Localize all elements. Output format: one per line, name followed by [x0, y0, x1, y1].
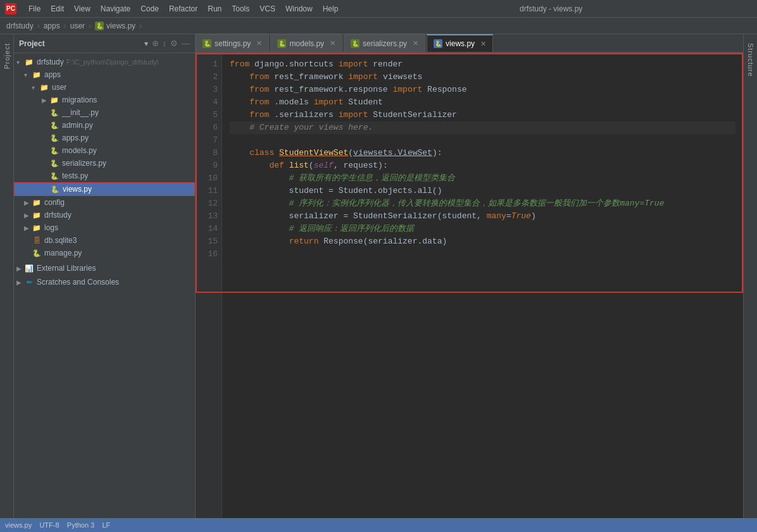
tree-models-py[interactable]: 🐍 models.py	[14, 144, 195, 157]
menu-navigate[interactable]: Navigate	[96, 3, 135, 15]
breadcrumb-sep2: ›	[64, 22, 66, 30]
code-line-15: return Response(serializer.data)	[230, 235, 735, 248]
tree-label: models.py	[62, 146, 97, 155]
breadcrumb-user[interactable]: user	[70, 22, 85, 30]
line-numbers: 1 2 3 4 5 6 7 8 9 10 11 12 13 14 15 16	[196, 53, 222, 532]
code-line-1: from django.shortcuts import render	[230, 58, 735, 71]
tree-scratches[interactable]: ▶ ✏ Scratches and Consoles	[14, 276, 195, 288]
tab-views[interactable]: 🐍 views.py ✕	[427, 34, 493, 52]
folder-icon: 📁	[32, 70, 42, 80]
status-bar: views.py UTF-8 Python 3 LF	[0, 518, 757, 532]
code-line-11: student = Student.objects.all()	[230, 185, 735, 197]
menu-edit[interactable]: Edit	[46, 3, 68, 15]
tree-init-py[interactable]: 🐍 __init__.py	[14, 106, 195, 119]
structure-tab-label[interactable]: Structure	[747, 43, 754, 77]
tab-close-icon[interactable]: ✕	[256, 39, 262, 47]
code-line-13: serializer = StudentSerializer(student, …	[230, 210, 735, 223]
tree-apps-py[interactable]: 🐍 apps.py	[14, 132, 195, 144]
py-icon: 🐍	[50, 184, 60, 194]
tree-manage-py[interactable]: 🐍 manage.py	[14, 247, 195, 259]
arrow-icon: ▾	[32, 84, 39, 91]
tree-serializers-py[interactable]: 🐍 serializers.py	[14, 157, 195, 170]
tree-drfstudy-sub[interactable]: ▶ 📁 drfstudy	[14, 209, 195, 221]
window-title: drfstudy - views.py	[350, 4, 752, 13]
code-line-10: # 获取所有的学生信息，返回的是模型类集合	[230, 172, 735, 185]
tree-label: manage.py	[44, 249, 82, 257]
tree-db-sqlite3[interactable]: 🗄 db.sqlite3	[14, 234, 195, 247]
code-line-8: class StudentViewSet(viewsets.ViewSet):	[230, 147, 735, 159]
tree-apps[interactable]: ▾ 📁 apps	[14, 68, 195, 81]
tree-views-py[interactable]: 🐍 views.py	[14, 182, 195, 196]
menu-vcs[interactable]: VCS	[255, 3, 280, 15]
breadcrumb-file-icon: 🐍	[95, 22, 104, 30]
code-editor[interactable]: 1 2 3 4 5 6 7 8 9 10 11 12 13 14 15 16 f…	[196, 53, 743, 532]
tree-config[interactable]: ▶ 📁 config	[14, 196, 195, 209]
tab-label: views.py	[446, 39, 475, 48]
collapse-icon[interactable]: —	[182, 39, 190, 48]
tree-label: apps.py	[62, 133, 89, 142]
tab-close-icon[interactable]: ✕	[330, 39, 335, 47]
tree-label: user	[52, 83, 66, 92]
menu-help[interactable]: Help	[318, 3, 343, 15]
project-caret[interactable]: ▾	[144, 39, 148, 48]
tree-label: migrations	[62, 96, 97, 104]
tree-user[interactable]: ▾ 📁 user	[14, 81, 195, 94]
menu-tools[interactable]: Tools	[227, 3, 254, 15]
code-line-9: def list(self, request):	[230, 159, 735, 172]
project-tab-label[interactable]: Project	[3, 43, 11, 69]
tab-label: serializers.py	[363, 39, 407, 48]
py-icon: 🐍	[49, 171, 59, 181]
folder-icon: 📁	[24, 57, 34, 67]
menu-file[interactable]: File	[24, 3, 45, 15]
tab-serializers[interactable]: 🐍 serializers.py ✕	[344, 34, 425, 52]
code-line-3: from rest_framework.response import Resp…	[230, 84, 735, 96]
settings-icon[interactable]: ⚙	[170, 39, 178, 48]
breadcrumb-apps[interactable]: apps	[44, 22, 60, 30]
main-layout: Project Project ▾ ⊕ ↕ ⚙ — ▾ 📁 drfstudy F…	[0, 34, 757, 532]
right-sidebar-strip: Structure	[743, 34, 757, 532]
code-content[interactable]: from django.shortcuts import render from…	[222, 53, 743, 532]
menu-run[interactable]: Run	[203, 3, 226, 15]
py-icon: 🐍	[32, 248, 42, 258]
arrow-icon: ▶	[42, 97, 49, 104]
tree-migrations[interactable]: ▶ 📁 migrations	[14, 94, 195, 106]
folder-icon: 📁	[32, 223, 42, 233]
tree-tests-py[interactable]: 🐍 tests.py	[14, 170, 195, 182]
tab-models[interactable]: 🐍 models.py ✕	[270, 34, 342, 52]
menu-bar[interactable]: File Edit View Navigate Code Refactor Ru…	[24, 3, 342, 15]
project-panel-header: Project ▾ ⊕ ↕ ⚙ —	[14, 34, 195, 53]
tree-logs[interactable]: ▶ 📁 logs	[14, 221, 195, 234]
app-logo: PC	[5, 3, 16, 15]
tree-admin-py[interactable]: 🐍 admin.py	[14, 119, 195, 132]
tree-label: config	[44, 198, 65, 207]
breadcrumb-views[interactable]: views.py	[106, 22, 135, 30]
scope-icon[interactable]: ⊕	[152, 39, 159, 48]
code-line-12: # 序列化：实例化序列化器，传入要转换的模型集合，如果是多条数据一般我们加一个参…	[230, 197, 735, 210]
tree-label: db.sqlite3	[44, 236, 77, 245]
tab-file-icon: 🐍	[434, 39, 442, 48]
arrow-icon: ▾	[16, 59, 24, 66]
file-tree: ▾ 📁 drfstudy F:\C_python\Django_drfstudy…	[14, 53, 195, 532]
libs-icon: 📊	[24, 263, 34, 273]
tab-settings[interactable]: 🐍 settings.py ✕	[196, 34, 269, 52]
menu-refactor[interactable]: Refactor	[165, 3, 202, 15]
menu-view[interactable]: View	[70, 3, 95, 15]
folder-icon: 📁	[32, 210, 42, 220]
tree-root-drfstudy[interactable]: ▾ 📁 drfstudy F:\C_python\Django_drfstudy…	[14, 56, 195, 68]
menu-window[interactable]: Window	[281, 3, 317, 15]
py-icon: 🐍	[49, 158, 59, 168]
arrow-icon: ▶	[24, 225, 32, 232]
tree-label: apps	[44, 70, 61, 79]
arrow-icon: ▶	[16, 279, 24, 286]
tree-external-libs[interactable]: ▶ 📊 External Libraries	[14, 262, 195, 275]
breadcrumb-drfstudy[interactable]: drfstudy	[6, 22, 34, 30]
tab-close-icon[interactable]: ✕	[480, 40, 486, 48]
folder-icon: 📁	[39, 82, 49, 92]
tab-close-icon[interactable]: ✕	[413, 39, 418, 47]
arrow-icon: ▾	[24, 71, 32, 78]
code-line-2: from rest_framework import viewsets	[230, 71, 735, 84]
menu-code[interactable]: Code	[136, 3, 163, 15]
sort-icon[interactable]: ↕	[163, 39, 167, 48]
py-icon: 🐍	[49, 133, 59, 143]
tree-path: F:\C_python\Django_drfstudy\	[66, 58, 159, 66]
